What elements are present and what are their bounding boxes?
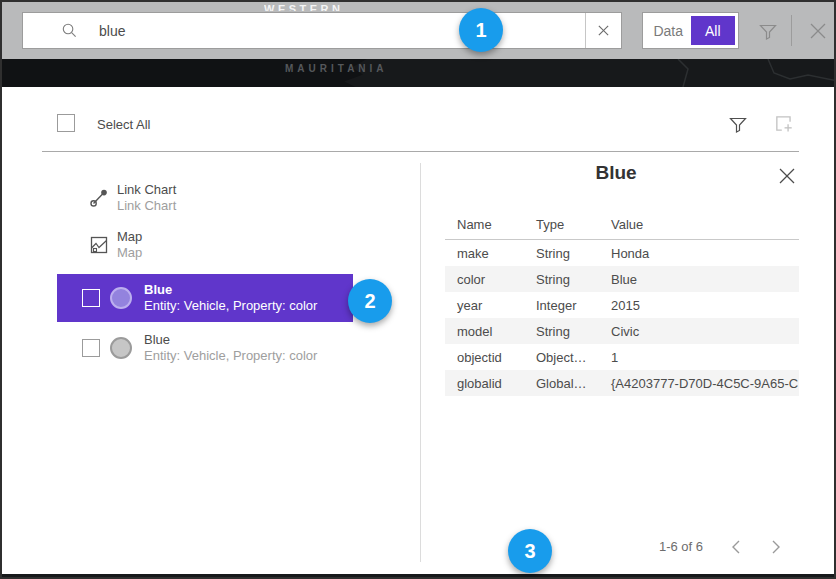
detail-title: Blue bbox=[436, 162, 796, 184]
detail-close-button[interactable] bbox=[774, 163, 800, 189]
callout-2: 2 bbox=[348, 279, 392, 323]
map-label-western: WESTERN bbox=[264, 2, 344, 11]
map-background-bottom: BURKINA FASO bbox=[2, 574, 836, 579]
property-table: Name Type Value make String Honda color … bbox=[445, 210, 799, 396]
app-window: WESTERN Data All bbox=[0, 0, 836, 579]
select-all-checkbox[interactable] bbox=[57, 114, 75, 132]
cell-value: 2015 bbox=[599, 298, 799, 313]
map-label-mauritania: MAURITANIA bbox=[285, 63, 388, 74]
cell-value: Honda bbox=[599, 246, 799, 261]
cell-type: String bbox=[524, 246, 599, 261]
table-row: color String Blue bbox=[445, 266, 799, 292]
link-chart-icon bbox=[89, 188, 109, 208]
chevron-left-icon bbox=[730, 539, 742, 555]
result-subtitle: Entity: Vehicle, Property: color bbox=[144, 298, 317, 314]
filter-funnel-icon bbox=[758, 21, 778, 41]
result-item-map[interactable]: Map Map bbox=[57, 222, 353, 268]
search-input[interactable] bbox=[78, 13, 585, 48]
cell-name: globalid bbox=[445, 376, 524, 391]
search-results-panel: Select All Link Chart Link Cha bbox=[6, 87, 834, 574]
add-to-selection-button[interactable] bbox=[770, 110, 798, 138]
cell-value: Blue bbox=[599, 272, 799, 287]
search-box[interactable] bbox=[22, 12, 622, 49]
table-row: model String Civic bbox=[445, 318, 799, 344]
scope-all-button[interactable]: All bbox=[691, 16, 736, 45]
header-divider bbox=[42, 151, 799, 152]
cell-name: make bbox=[445, 246, 524, 261]
cell-value: Civic bbox=[599, 324, 799, 339]
callout-3: 3 bbox=[508, 529, 552, 573]
result-subtitle: Link Chart bbox=[117, 198, 176, 214]
close-x-icon bbox=[778, 167, 796, 185]
close-x-icon bbox=[807, 20, 829, 42]
filter-funnel-icon bbox=[728, 114, 748, 134]
cell-name: model bbox=[445, 324, 524, 339]
search-scope-toggle: Data All bbox=[642, 12, 739, 49]
pagination-next-button[interactable] bbox=[762, 533, 790, 561]
toolbar-close-button[interactable] bbox=[802, 16, 834, 46]
result-checkbox[interactable] bbox=[82, 289, 100, 307]
cell-type: Integer bbox=[524, 298, 599, 313]
toolbar-filter-button[interactable] bbox=[753, 16, 783, 46]
result-title: Blue bbox=[144, 282, 317, 298]
result-title: Map bbox=[117, 229, 142, 245]
column-header-type: Type bbox=[524, 217, 599, 232]
search-icon bbox=[61, 22, 78, 39]
result-item-blue[interactable]: Blue Entity: Vehicle, Property: color bbox=[57, 324, 353, 372]
cell-name: color bbox=[445, 272, 524, 287]
result-title: Link Chart bbox=[117, 182, 176, 198]
map-label-south: BURKINA FASO bbox=[162, 575, 266, 579]
cell-value: {A4203777-D70D-4C5C-9A65-C… bbox=[599, 376, 799, 391]
table-row: objectid Object… 1 bbox=[445, 344, 799, 370]
map-icon bbox=[89, 235, 109, 255]
column-header-name: Name bbox=[445, 217, 524, 232]
cell-type: String bbox=[524, 272, 599, 287]
result-item-link-chart[interactable]: Link Chart Link Chart bbox=[57, 175, 353, 221]
result-item-blue-selected[interactable]: Blue Entity: Vehicle, Property: color bbox=[57, 274, 353, 322]
result-subtitle: Entity: Vehicle, Property: color bbox=[144, 348, 317, 364]
clear-x-icon bbox=[597, 24, 610, 37]
table-header-row: Name Type Value bbox=[445, 210, 799, 240]
table-row: make String Honda bbox=[445, 240, 799, 266]
cell-name: year bbox=[445, 298, 524, 313]
cell-type: Global… bbox=[524, 376, 599, 391]
pagination-label: 1-6 of 6 bbox=[646, 539, 716, 554]
map-background: MAURITANIA bbox=[2, 59, 836, 87]
callout-1: 1 bbox=[459, 8, 503, 52]
column-header-value: Value bbox=[599, 217, 799, 232]
search-toolbar: WESTERN Data All bbox=[2, 2, 836, 59]
map-boundary-lines bbox=[538, 59, 836, 87]
cell-type: Object… bbox=[524, 350, 599, 365]
chevron-right-icon bbox=[770, 539, 782, 555]
pagination-prev-button[interactable] bbox=[722, 533, 750, 561]
scope-data-button[interactable]: Data bbox=[646, 16, 691, 45]
cell-name: objectid bbox=[445, 350, 524, 365]
add-selection-icon bbox=[773, 113, 795, 135]
table-body: make String Honda color String Blue year… bbox=[445, 240, 799, 396]
table-row: globalid Global… {A4203777-D70D-4C5C-9A6… bbox=[445, 370, 799, 396]
result-title: Blue bbox=[144, 332, 317, 348]
cell-type: String bbox=[524, 324, 599, 339]
select-all-label: Select All bbox=[97, 117, 150, 132]
clear-search-button[interactable] bbox=[585, 13, 621, 48]
cell-value: 1 bbox=[599, 350, 799, 365]
result-checkbox[interactable] bbox=[82, 339, 100, 357]
result-subtitle: Map bbox=[117, 245, 142, 261]
toolbar-divider bbox=[791, 15, 792, 46]
panel-filter-button[interactable] bbox=[726, 112, 750, 136]
entity-dot-icon bbox=[110, 337, 132, 359]
entity-dot-icon bbox=[110, 287, 132, 309]
table-row: year Integer 2015 bbox=[445, 292, 799, 318]
list-detail-divider bbox=[420, 163, 421, 562]
